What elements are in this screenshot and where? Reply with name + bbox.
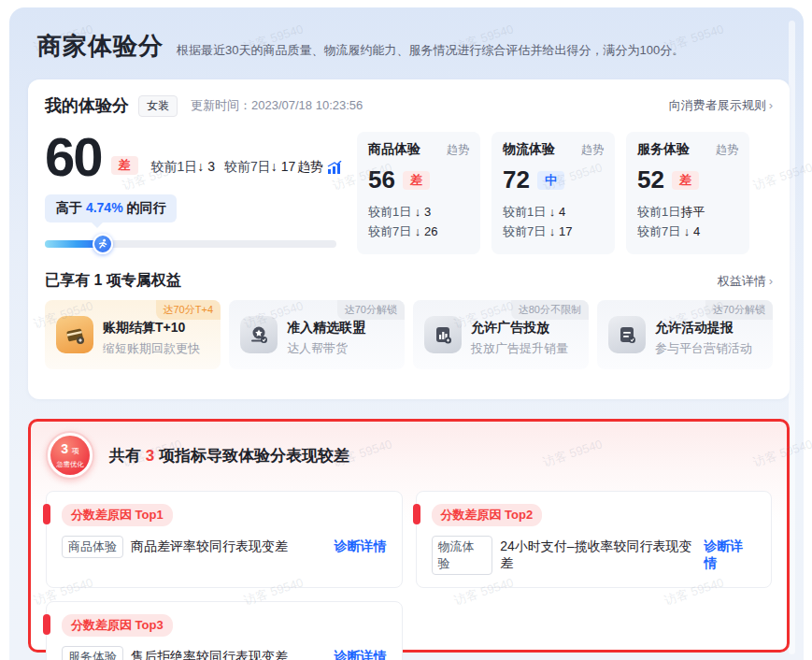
- score-progress-knob: [93, 234, 113, 254]
- page-subtitle: 根据最近30天的商品质量、物流履约能力、服务情况进行综合评估并给出得分，满分为1…: [177, 35, 684, 59]
- score-card-title: 我的体验分: [45, 94, 129, 117]
- logistics-level-badge: 中: [537, 171, 564, 190]
- diagnosis-title: 共有 3 项指标导致体验分表现较差: [109, 445, 349, 466]
- total-trend-link[interactable]: 趋势: [297, 159, 342, 176]
- service-trend-link[interactable]: 趋势: [716, 142, 738, 158]
- reason-text: 售后拒绝率较同行表现变差: [131, 649, 288, 660]
- dimension-tag: 商品体验: [62, 536, 123, 558]
- page-header: 商家体验分 根据最近30天的商品质量、物流履约能力、服务情况进行综合评估并给出得…: [37, 30, 684, 63]
- diagnosis-section: 3 项 急需优化 共有 3 项指标导致体验分表现较差 分数差原因 Top1 商品…: [28, 419, 790, 653]
- category-tag: 女装: [138, 95, 178, 117]
- benefits-title: 已享有 1 项专属权益: [45, 271, 181, 291]
- subscore-card-product: 商品体验 趋势 56 差 较前1日 ↓ 3 较前7日 ↓ 26: [357, 132, 480, 254]
- logistics-trend-link[interactable]: 趋势: [581, 142, 604, 158]
- peer-progress-bar: [45, 234, 336, 254]
- diagnosis-card-top2: 分数差原因 Top2 物流体验 24小时支付–揽收率较同行表现变差 诊断详情: [416, 491, 773, 588]
- rank-badge: 分数差原因 Top3: [62, 614, 173, 637]
- activity-report-icon: [608, 316, 646, 353]
- runner-icon: [97, 238, 108, 250]
- subscore-card-service: 服务体验 趋势 52 差 较前1日持平 较前7日 ↓ 4: [626, 132, 749, 254]
- star-alliance-icon: [240, 316, 278, 353]
- diagnosis-card-top1: 分数差原因 Top1 商品体验 商品差评率较同行表现变差 诊断详情: [46, 491, 403, 588]
- peer-comparison-bubble: 高于 4.74% 的同行: [45, 194, 177, 222]
- issue-count-badge: 3 项 急需优化: [46, 431, 94, 480]
- benefit-card-alliance[interactable]: 达70分解锁 准入精选联盟 达人帮带货: [229, 300, 405, 369]
- benefit-card-ads[interactable]: 达80分不限制 允许广告投放 投放广告提升销量: [413, 300, 589, 369]
- benefits-detail-link[interactable]: 权益详情›: [718, 273, 773, 290]
- chevron-right-icon: ›: [769, 274, 773, 288]
- total-score-value: 60: [45, 132, 102, 181]
- dimension-tag: 物流体验: [432, 536, 493, 575]
- total-score-vs-day7: 较前7日↓ 17: [224, 159, 295, 176]
- show-consumer-rules-link[interactable]: 向消费者展示规则›: [669, 97, 773, 114]
- benefit-card-settlement[interactable]: 达70分T+4 账期结算T+10 缩短账期回款更快: [45, 300, 221, 369]
- benefit-cards: 达70分T+4 账期结算T+10 缩短账期回款更快 达70分解锁: [45, 300, 773, 369]
- trend-chart-icon: [327, 161, 342, 174]
- service-score-value: 52: [637, 165, 664, 194]
- ad-chart-icon: [424, 316, 462, 353]
- settlement-card-icon: [56, 316, 93, 353]
- total-score-level-badge: 差: [111, 156, 138, 175]
- subscore-card-logistics: 物流体验 趋势 72 中 较前1日 ↓ 4 较前7日 ↓ 17: [491, 132, 615, 254]
- reason-text: 24小时支付–揽收率较同行表现变差: [500, 538, 704, 572]
- diagnosis-detail-link[interactable]: 诊断详情: [335, 649, 387, 660]
- diagnosis-detail-link[interactable]: 诊断详情: [335, 538, 387, 555]
- rank-badge: 分数差原因 Top2: [432, 504, 543, 526]
- chevron-right-icon: ›: [769, 98, 773, 112]
- logistics-score-value: 72: [503, 165, 530, 194]
- reason-text: 商品差评率较同行表现变差: [131, 538, 288, 555]
- product-level-badge: 差: [403, 171, 430, 190]
- service-level-badge: 差: [672, 171, 699, 190]
- diagnosis-detail-link[interactable]: 诊断详情: [704, 538, 756, 572]
- product-score-value: 56: [368, 165, 395, 194]
- page-title: 商家体验分: [37, 30, 164, 63]
- update-time: 更新时间：2023/07/18 10:23:56: [191, 97, 363, 114]
- rank-badge: 分数差原因 Top1: [62, 504, 173, 526]
- product-trend-link[interactable]: 趋势: [447, 142, 469, 158]
- diagnosis-card-top3: 分数差原因 Top3 服务体验 售后拒绝率较同行表现变差 诊断详情: [46, 601, 403, 660]
- scrollbar-track[interactable]: [789, 21, 795, 654]
- total-score-vs-day1: 较前1日↓ 3: [151, 159, 215, 176]
- experience-score-card: 我的体验分 女装 更新时间：2023/07/18 10:23:56 向消费者展示…: [28, 79, 790, 399]
- subscore-cards: 商品体验 趋势 56 差 较前1日 ↓ 3 较前7日 ↓ 26 物流体验 趋势 …: [357, 132, 749, 254]
- dimension-tag: 服务体验: [62, 646, 123, 660]
- benefit-card-campaign[interactable]: 达70分解锁 允许活动提报 参与平台营销活动: [597, 300, 773, 369]
